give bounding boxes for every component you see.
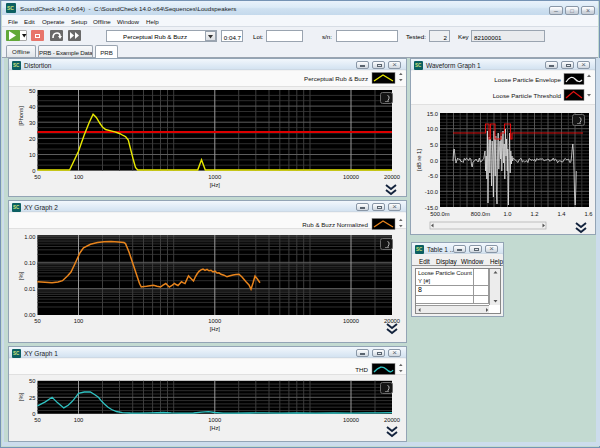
svg-text:50: 50 <box>29 378 35 384</box>
svg-text:THD: THD <box>355 366 368 373</box>
svg-text:50: 50 <box>34 174 40 180</box>
svg-text:[%]: [%] <box>18 271 24 280</box>
svg-text:0.10: 0.10 <box>24 260 35 266</box>
svg-text:0.01: 0.01 <box>24 286 35 292</box>
svg-text:Loose Particle Threshold: Loose Particle Threshold <box>493 92 562 99</box>
svg-text:10000: 10000 <box>343 417 359 423</box>
svg-text:1.0: 1.0 <box>503 211 511 217</box>
svg-text:[Hz]: [Hz] <box>210 425 221 431</box>
svg-text:20000: 20000 <box>384 174 400 180</box>
svg-text:1000: 1000 <box>208 417 221 423</box>
svg-text:[%]: [%] <box>18 392 24 401</box>
svg-text:1.2: 1.2 <box>530 211 538 217</box>
svg-text:[Hz]: [Hz] <box>210 326 221 332</box>
svg-text:5.0: 5.0 <box>430 142 438 148</box>
svg-text:1000: 1000 <box>208 318 221 324</box>
svg-text:50: 50 <box>34 318 40 324</box>
svg-text:100: 100 <box>74 174 84 180</box>
svg-text:15.0: 15.0 <box>427 111 438 117</box>
svg-text:-5.0: -5.0 <box>428 173 438 179</box>
svg-text:500.0m: 500.0m <box>430 211 450 217</box>
svg-text:1.4: 1.4 <box>557 211 566 217</box>
svg-text:50: 50 <box>29 88 35 94</box>
svg-text:800.0m: 800.0m <box>471 211 491 217</box>
svg-text:100: 100 <box>74 318 84 324</box>
svg-text:Rub & Buzz Normalized: Rub & Buzz Normalized <box>302 221 368 228</box>
svg-text:1.00: 1.00 <box>24 234 35 240</box>
svg-text:30: 30 <box>29 120 35 126</box>
svg-text:1000: 1000 <box>208 174 221 180</box>
svg-text:-10.0: -10.0 <box>425 189 438 195</box>
svg-text:10000: 10000 <box>343 318 359 324</box>
svg-text:20000: 20000 <box>384 318 400 324</box>
svg-text:20: 20 <box>29 136 35 142</box>
svg-text:[Phons]: [Phons] <box>18 106 24 126</box>
svg-text:Loose Particle Envelope: Loose Particle Envelope <box>494 76 561 83</box>
svg-text:20000: 20000 <box>384 417 400 423</box>
svg-text:1.6: 1.6 <box>584 211 592 217</box>
svg-text:25: 25 <box>29 395 35 401</box>
svg-text:[dB re 1]: [dB re 1] <box>416 149 422 171</box>
svg-text:10000: 10000 <box>343 174 359 180</box>
svg-text:0.0: 0.0 <box>430 158 438 164</box>
svg-text:-15.0: -15.0 <box>425 205 438 211</box>
svg-text:10: 10 <box>29 152 35 158</box>
svg-text:[Hz]: [Hz] <box>210 182 221 188</box>
svg-text:Perceptual Rub & Buzz: Perceptual Rub & Buzz <box>304 75 368 82</box>
svg-text:100: 100 <box>74 417 84 423</box>
svg-text:50: 50 <box>34 417 40 423</box>
svg-text:10.0: 10.0 <box>427 126 438 132</box>
svg-text:40: 40 <box>29 104 35 110</box>
